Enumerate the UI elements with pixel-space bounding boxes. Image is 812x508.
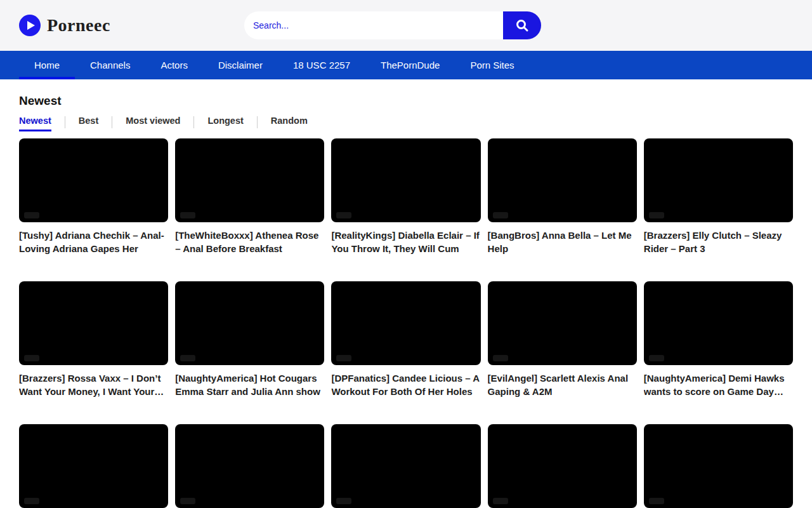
duration-badge <box>180 498 195 504</box>
search-icon <box>514 18 530 33</box>
video-title[interactable]: [RealityKings] Diabella Eclair – If You … <box>331 229 480 255</box>
nav-item-18-usc-2257[interactable]: 18 USC 2257 <box>278 51 365 79</box>
duration-badge <box>24 212 39 218</box>
video-title[interactable]: [NaughtyAmerica] Hot Cougars Emma Starr … <box>175 371 324 398</box>
sort-tabs: Newest Best Most viewed Longest Random <box>19 116 793 131</box>
video-thumbnail[interactable] <box>175 138 324 222</box>
video-thumbnail[interactable] <box>644 424 793 508</box>
duration-badge <box>180 355 195 361</box>
site-header: Porneec <box>0 0 812 51</box>
main-nav: Home Channels Actors Disclaimer 18 USC 2… <box>0 51 812 79</box>
duration-badge <box>493 212 508 218</box>
duration-badge <box>649 498 664 504</box>
search-input[interactable] <box>244 11 503 39</box>
video-card: [DPFanatics] Candee Licious – A Workout … <box>331 281 480 398</box>
video-title[interactable]: [BangBros] Anna Bella – Let Me Help <box>488 229 637 255</box>
video-card: [NaughtyAmerica] Hot Cougars Emma Starr … <box>175 281 324 398</box>
tab-most-viewed[interactable]: Most viewed <box>112 116 193 131</box>
video-thumbnail[interactable] <box>19 138 168 222</box>
video-title[interactable]: [TheWhiteBoxxx] Athenea Rose – Anal Befo… <box>175 229 324 255</box>
nav-item-channels[interactable]: Channels <box>75 51 145 79</box>
duration-badge <box>336 212 351 218</box>
duration-badge <box>24 355 39 361</box>
video-card: [EvilAngel] Scarlett Alexis Anal Gaping … <box>488 281 637 398</box>
video-thumbnail[interactable] <box>644 281 793 365</box>
video-title[interactable]: [Tushy] Adriana Chechik – Anal-Loving Ad… <box>19 229 168 255</box>
search-button[interactable] <box>503 11 541 39</box>
video-card: [NaughtyAmerica] Demi Hawks wants to sco… <box>644 281 793 398</box>
video-title[interactable]: [Brazzers] Rossa Vaxx – I Don’t Want You… <box>19 371 168 398</box>
tab-best[interactable]: Best <box>65 116 112 131</box>
duration-badge <box>493 355 508 361</box>
video-card: [Brazzers] Rossa Vaxx – I Don’t Want You… <box>19 281 168 398</box>
nav-item-disclaimer[interactable]: Disclaimer <box>203 51 278 79</box>
video-thumbnail[interactable] <box>19 424 168 508</box>
duration-badge <box>24 498 39 504</box>
video-card <box>488 424 637 508</box>
video-thumbnail[interactable] <box>331 424 480 508</box>
page-title: Newest <box>19 94 793 108</box>
duration-badge <box>180 212 195 218</box>
nav-item-porn-sites[interactable]: Porn Sites <box>455 51 529 79</box>
tab-longest[interactable]: Longest <box>194 116 256 131</box>
duration-badge <box>493 498 508 504</box>
play-icon <box>19 15 41 36</box>
video-card: [Brazzers] Elly Clutch – Sleazy Rider – … <box>644 138 793 255</box>
main-content: Newest Newest Best Most viewed Longest R… <box>0 94 812 508</box>
nav-item-theporndude[interactable]: ThePornDude <box>365 51 455 79</box>
video-thumbnail[interactable] <box>488 424 637 508</box>
video-card <box>331 424 480 508</box>
video-card: [TheWhiteBoxxx] Athenea Rose – Anal Befo… <box>175 138 324 255</box>
duration-badge <box>649 355 664 361</box>
video-card: [Tushy] Adriana Chechik – Anal-Loving Ad… <box>19 138 168 255</box>
search-bar <box>244 11 541 39</box>
duration-badge <box>649 212 664 218</box>
video-grid: [Tushy] Adriana Chechik – Anal-Loving Ad… <box>19 138 793 508</box>
video-thumbnail[interactable] <box>19 281 168 365</box>
site-title: Porneec <box>47 15 110 36</box>
video-thumbnail[interactable] <box>488 281 637 365</box>
video-title[interactable]: [Brazzers] Elly Clutch – Sleazy Rider – … <box>644 229 793 255</box>
video-thumbnail[interactable] <box>331 281 480 365</box>
nav-item-home[interactable]: Home <box>19 51 75 79</box>
video-thumbnail[interactable] <box>644 138 793 222</box>
video-title[interactable]: [NaughtyAmerica] Demi Hawks wants to sco… <box>644 371 793 398</box>
video-thumbnail[interactable] <box>331 138 480 222</box>
duration-badge <box>336 498 351 504</box>
video-card <box>644 424 793 508</box>
duration-badge <box>336 355 351 361</box>
nav-item-actors[interactable]: Actors <box>145 51 203 79</box>
video-card <box>19 424 168 508</box>
site-logo[interactable]: Porneec <box>19 0 110 51</box>
video-card: [BangBros] Anna Bella – Let Me Help <box>488 138 637 255</box>
video-thumbnail[interactable] <box>488 138 637 222</box>
tab-newest[interactable]: Newest <box>19 116 65 131</box>
tab-random[interactable]: Random <box>258 116 321 131</box>
video-thumbnail[interactable] <box>175 281 324 365</box>
video-card <box>175 424 324 508</box>
video-card: [RealityKings] Diabella Eclair – If You … <box>331 138 480 255</box>
video-thumbnail[interactable] <box>175 424 324 508</box>
video-title[interactable]: [EvilAngel] Scarlett Alexis Anal Gaping … <box>488 371 637 398</box>
video-title[interactable]: [DPFanatics] Candee Licious – A Workout … <box>331 371 480 398</box>
